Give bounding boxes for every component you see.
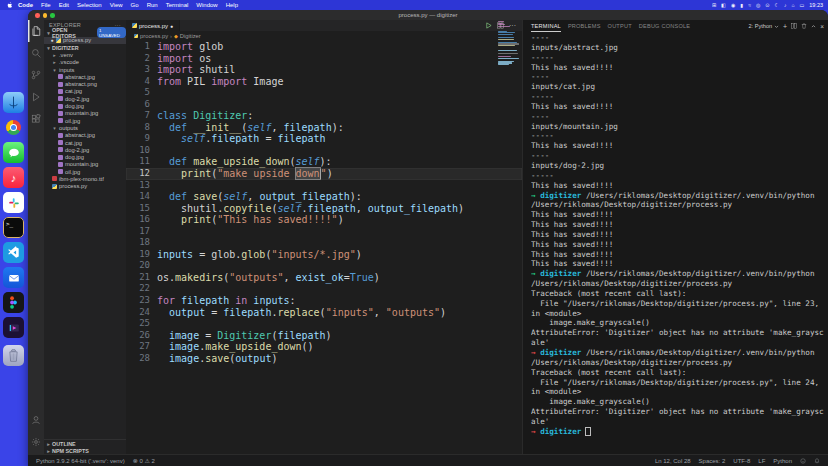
menu-item-help[interactable]: Help: [222, 2, 242, 8]
bell-icon[interactable]: [814, 458, 820, 464]
menu-item-view[interactable]: View: [106, 2, 127, 8]
section-outline[interactable]: ▸OUTLINE: [44, 440, 126, 448]
close-panel-icon[interactable]: ×: [820, 23, 824, 30]
code-line-13[interactable]: 13: [126, 180, 522, 192]
open-editors-section[interactable]: ▾ OPEN EDITORS 1 UNSAVED: [44, 29, 126, 37]
code-line-4[interactable]: 4from PIL import Image: [126, 76, 522, 88]
video-editor-dock-icon[interactable]: [3, 317, 24, 338]
control-center-icon[interactable]: ⊙: [765, 2, 769, 8]
spotlight-search-icon[interactable]: ◎: [756, 2, 760, 8]
language-mode-status[interactable]: Python: [773, 458, 792, 464]
tree-item-dog-jpg[interactable]: dog.jpg: [44, 153, 126, 160]
menu-item-code[interactable]: Code: [14, 2, 37, 8]
code-line-20[interactable]: 20: [126, 260, 522, 272]
trash-dock-icon[interactable]: [3, 345, 24, 366]
code-line-9[interactable]: 9 self.filepath = filepath: [126, 133, 522, 145]
vscode-dock-icon[interactable]: [3, 242, 24, 263]
activity-accounts-icon[interactable]: [28, 409, 44, 431]
tree-item-oil-jpg[interactable]: oil.jpg: [44, 117, 126, 124]
panel-tab-problems[interactable]: PROBLEMS: [568, 21, 601, 32]
activity-search-icon[interactable]: [28, 42, 44, 64]
kill-terminal-icon[interactable]: [801, 23, 807, 29]
feedback-icon[interactable]: [800, 458, 806, 464]
encoding-status[interactable]: UTF-8: [733, 458, 750, 464]
code-line-22[interactable]: 22: [126, 283, 522, 295]
code-line-11[interactable]: 11 def make_upside_down(self):: [126, 156, 522, 168]
tree-item-outputs[interactable]: ▾outputs: [44, 124, 126, 131]
tree-item-inputs[interactable]: ▾inputs: [44, 66, 126, 73]
tree-item--vscode[interactable]: ▸.vscode: [44, 59, 126, 66]
slack-dock-icon[interactable]: [3, 192, 24, 213]
tree-item-dog-jpg[interactable]: dog.jpg: [44, 102, 126, 109]
messages-dock-icon[interactable]: [3, 142, 24, 163]
code-line-6[interactable]: 6: [126, 99, 522, 111]
tree-item-ibm-plex-mono-ttf[interactable]: ibm-plex-mono.ttf: [44, 175, 126, 182]
panel-tab-output[interactable]: OUTPUT: [608, 21, 632, 32]
menu-item-window[interactable]: Window: [192, 2, 221, 8]
problems-status[interactable]: ⊗ 0 ⚠ 2: [133, 457, 155, 464]
code-line-14[interactable]: 14 def save(self, output_filepath):: [126, 191, 522, 203]
code-line-2[interactable]: 2import os: [126, 53, 522, 65]
code-line-5[interactable]: 5: [126, 87, 522, 99]
panel-tab-debug-console[interactable]: DEBUG CONSOLE: [639, 21, 690, 32]
tree-item-cat-jpg[interactable]: cat.jpg: [44, 88, 126, 95]
stage-manager-icon[interactable]: ◧: [721, 2, 726, 8]
keyboard-icon[interactable]: ⌂: [791, 2, 794, 8]
code-line-18[interactable]: 18: [126, 237, 522, 249]
figma-dock-icon[interactable]: [3, 292, 24, 313]
apple-menu-icon[interactable]: [7, 2, 12, 8]
modified-dot-icon[interactable]: ●: [170, 23, 173, 29]
code-line-27[interactable]: 27 image.make_upside_down(): [126, 341, 522, 353]
workspace-section[interactable]: ▾ DIGITIZER: [44, 44, 126, 52]
tree-item-dog-2-jpg[interactable]: dog-2.jpg: [44, 95, 126, 102]
code-line-12[interactable]: 12 print("make upside down"): [126, 168, 522, 180]
eol-status[interactable]: LF: [758, 458, 765, 464]
code-line-19[interactable]: 19inputs = glob.glob("inputs/*.jpg"): [126, 249, 522, 261]
code-line-25[interactable]: 25: [126, 318, 522, 330]
tree-item--venv[interactable]: ▸.venv: [44, 51, 126, 58]
tree-item-cat-jpg[interactable]: cat.jpg: [44, 139, 126, 146]
tree-item-oil-jpg[interactable]: oil.jpg: [44, 168, 126, 175]
code-line-3[interactable]: 3import shutil: [126, 64, 522, 76]
indentation-status[interactable]: Spaces: 2: [699, 458, 726, 464]
maximize-panel-icon[interactable]: [811, 24, 816, 29]
mail-dock-icon[interactable]: [3, 267, 24, 288]
menu-item-run[interactable]: Run: [143, 2, 162, 8]
music-dock-icon[interactable]: ♪: [3, 167, 24, 188]
code-line-26[interactable]: 26 image = Digitizer(filepath): [126, 330, 522, 342]
python-interpreter-status[interactable]: Python 3.9.2 64-bit ('.venv': venv): [36, 458, 125, 464]
split-terminal-icon[interactable]: [791, 23, 797, 29]
menu-bar-clock[interactable]: 19:23: [809, 2, 823, 8]
terminal-shell-selector[interactable]: 2: Python: [748, 23, 779, 29]
tree-item-abstract-png[interactable]: abstract.png: [44, 80, 126, 87]
wifi-icon[interactable]: ≈: [748, 2, 751, 8]
code-line-7[interactable]: 7class Digitizer:: [126, 110, 522, 122]
tree-item-dog-2-jpg[interactable]: dog-2.jpg: [44, 146, 126, 153]
display-icon[interactable]: ⊞: [712, 2, 716, 8]
battery-icon[interactable]: ▮: [740, 2, 743, 8]
code-line-10[interactable]: 10: [126, 145, 522, 157]
run-python-file-button[interactable]: [485, 22, 492, 29]
cursor-position-status[interactable]: Ln 12, Col 28: [655, 458, 691, 464]
new-terminal-icon[interactable]: +: [783, 23, 787, 30]
tree-item-abstract-jpg[interactable]: abstract.jpg: [44, 73, 126, 80]
tab-process-py[interactable]: process.py ●: [126, 20, 180, 31]
music-icon[interactable]: ♪: [784, 2, 787, 8]
code-line-24[interactable]: 24 output = filepath.replace("inputs", "…: [126, 307, 522, 319]
activity-settings-icon[interactable]: [28, 431, 44, 453]
activity-run-debug-icon[interactable]: [28, 86, 44, 108]
activity-extensions-icon[interactable]: [28, 108, 44, 130]
panel-tab-terminal[interactable]: TERMINAL: [531, 21, 561, 32]
code-line-16[interactable]: 16 print("This has saved!!!!"): [126, 214, 522, 226]
code-line-8[interactable]: 8 def __init__(self, filepath):: [126, 122, 522, 134]
menu-item-go[interactable]: Go: [127, 2, 143, 8]
code-line-15[interactable]: 15 shutil.copyfile(self.filepath, output…: [126, 203, 522, 215]
tree-item-mountain-jpg[interactable]: mountain.jpg: [44, 110, 126, 117]
terminal-output[interactable]: ----inputs/abstract.jpg-----This has sav…: [531, 33, 827, 453]
menu-item-file[interactable]: File: [37, 2, 55, 8]
chrome-dock-icon[interactable]: [3, 117, 24, 138]
code-line-23[interactable]: 23for filepath in inputs:: [126, 295, 522, 307]
finder-dock-icon[interactable]: [3, 92, 24, 113]
terminal-dock-icon[interactable]: >_: [3, 217, 24, 238]
do-not-disturb-icon[interactable]: ☾: [774, 2, 778, 8]
